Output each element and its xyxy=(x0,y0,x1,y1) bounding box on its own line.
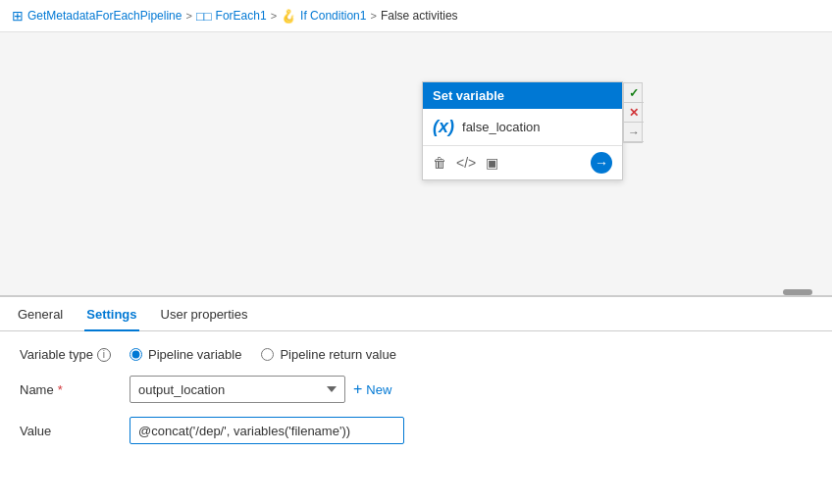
name-dropdown[interactable]: output_location xyxy=(130,376,345,403)
variable-type-radio-group: Pipeline variable Pipeline return value xyxy=(130,347,396,362)
panel-resize-handle[interactable] xyxy=(783,289,812,295)
name-row: Name * output_location + New xyxy=(20,376,812,403)
breadcrumb-ifcondition[interactable]: If Condition1 xyxy=(300,9,366,23)
card-footer: 🗑 </> ▣ → xyxy=(423,146,622,179)
variable-type-info-icon: i xyxy=(97,348,111,362)
breadcrumb-false-activities: False activities xyxy=(381,9,458,23)
delete-icon[interactable]: 🗑 xyxy=(433,155,446,171)
breadcrumb-foreach[interactable]: ForEach1 xyxy=(216,9,267,23)
value-label: Value xyxy=(20,424,118,438)
activity-card: Set variable ✓ ✕ → (x) false_location 🗑 … xyxy=(422,81,623,180)
new-button-label: New xyxy=(366,382,391,397)
breadcrumb-pipeline[interactable]: GetMetadataForEachPipeline xyxy=(27,9,182,23)
variable-name-label: false_location xyxy=(462,120,541,134)
radio-pipeline-variable-label: Pipeline variable xyxy=(148,347,241,362)
radio-pipeline-return-label: Pipeline return value xyxy=(280,347,396,362)
radio-pipeline-return[interactable]: Pipeline return value xyxy=(261,347,396,362)
canvas-area: Set variable ✓ ✕ → (x) false_location 🗑 … xyxy=(0,32,832,297)
variable-type-row: Variable type i Pipeline variable Pipeli… xyxy=(20,347,812,362)
plus-icon: + xyxy=(353,380,362,398)
breadcrumb: ⊞ GetMetadataForEachPipeline > □□ ForEac… xyxy=(0,0,832,32)
variable-type-label: Variable type i xyxy=(20,347,118,362)
tab-settings[interactable]: Settings xyxy=(84,297,138,331)
card-close-button[interactable]: ✕ xyxy=(624,103,644,123)
name-required-star: * xyxy=(58,382,63,397)
radio-pipeline-variable[interactable]: Pipeline variable xyxy=(130,347,241,362)
name-dropdown-wrapper: output_location + New xyxy=(130,376,391,403)
variable-icon: (x) xyxy=(433,117,454,137)
breadcrumb-sep-3: > xyxy=(370,10,376,22)
settings-form: Variable type i Pipeline variable Pipeli… xyxy=(0,331,832,460)
new-button[interactable]: + New xyxy=(353,380,391,398)
card-check-button[interactable]: ✓ xyxy=(624,83,644,103)
tab-general[interactable]: General xyxy=(16,297,65,331)
copy-icon[interactable]: ▣ xyxy=(486,155,498,171)
name-label: Name * xyxy=(20,382,118,397)
value-row: Value xyxy=(20,417,812,444)
radio-pipeline-return-input[interactable] xyxy=(261,348,274,361)
radio-pipeline-variable-input[interactable] xyxy=(130,348,142,361)
pipeline-icon: ⊞ xyxy=(12,8,24,24)
card-title: Set variable xyxy=(433,88,612,103)
foreach-icon: □□ xyxy=(196,9,212,24)
code-icon[interactable]: </> xyxy=(456,155,476,171)
card-header: Set variable ✓ ✕ → xyxy=(423,82,622,109)
breadcrumb-sep-1: > xyxy=(185,10,191,22)
breadcrumb-sep-2: > xyxy=(271,10,277,22)
card-body: (x) false_location xyxy=(423,109,622,146)
card-arrow-button[interactable]: → xyxy=(624,123,644,142)
bottom-panel: General Settings User properties Variabl… xyxy=(0,297,832,504)
value-input[interactable] xyxy=(130,417,404,444)
run-icon[interactable]: → xyxy=(591,152,612,174)
tabs-bar: General Settings User properties xyxy=(0,297,832,331)
ifcondition-icon: 🪝 xyxy=(281,9,296,24)
tab-user-properties[interactable]: User properties xyxy=(159,297,250,331)
